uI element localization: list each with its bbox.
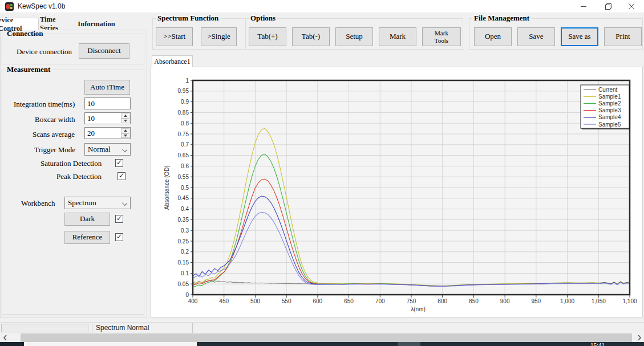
reference-checkbox[interactable] [115, 233, 123, 241]
svg-text:1,000: 1,000 [560, 298, 574, 304]
scans-up-icon[interactable] [121, 128, 129, 133]
svg-text:950: 950 [532, 298, 541, 304]
integration-time-input[interactable] [84, 97, 131, 109]
restore-icon[interactable] [598, 0, 618, 13]
svg-text:0.05: 0.05 [178, 281, 189, 287]
tab-information-label: Information [78, 20, 115, 29]
mark-button[interactable]: Mark [379, 27, 416, 46]
app-icon-green [10, 4, 13, 6]
svg-text:0.7: 0.7 [181, 141, 189, 148]
peak-detection-checkbox[interactable] [118, 172, 125, 180]
open-button[interactable]: Open [474, 27, 512, 46]
tab-minus-button[interactable]: Tab(-) [292, 27, 330, 46]
svg-text:Sample5: Sample5 [598, 121, 621, 128]
dark-button[interactable]: Dark [64, 213, 110, 226]
taskbar-clock[interactable]: 15:41 [590, 343, 605, 346]
scrollbar-thumb[interactable] [21, 333, 632, 342]
svg-text:0.1: 0.1 [181, 270, 189, 276]
svg-text:0.3: 0.3 [181, 227, 189, 234]
save-button[interactable]: Save [517, 27, 555, 46]
boxcar-width-label: Boxcar width [35, 115, 75, 124]
svg-text:0.45: 0.45 [178, 195, 189, 201]
integration-time-label: Integration time(ms) [14, 100, 75, 109]
svg-text:850: 850 [469, 298, 479, 304]
app-window: KewSpec v1.0b evice Control Time Series … [0, 0, 644, 346]
start-button[interactable] [0, 342, 24, 346]
title-bar: KewSpec v1.0b [0, 0, 644, 13]
svg-text:600: 600 [313, 298, 323, 304]
print-button[interactable]: Print [604, 27, 642, 46]
svg-text:Sample4: Sample4 [598, 114, 621, 120]
window-title: KewSpec v1.0b [18, 2, 65, 10]
taskbar-app-tile[interactable] [398, 342, 420, 346]
save-as-button[interactable]: Save as [561, 27, 598, 46]
close-icon[interactable] [622, 0, 641, 13]
scroll-left-icon[interactable] [0, 333, 10, 342]
connection-group: Connection Device connection Disconnect [2, 34, 144, 64]
start-button[interactable]: >>Start [156, 27, 193, 46]
reference-button[interactable]: Reference [64, 231, 110, 244]
svg-text:0.25: 0.25 [178, 238, 189, 245]
tab-absorbance1-label: Absorbance1 [154, 58, 190, 66]
spectrum-function-title: Spectrum Function [156, 14, 220, 23]
scans-average-stepper[interactable]: 20 [84, 127, 131, 139]
dark-checkbox[interactable] [115, 215, 123, 223]
horizontal-scrollbar[interactable] [0, 333, 644, 342]
svg-text:900: 900 [500, 298, 510, 304]
trigger-mode-select[interactable]: Normal [84, 143, 131, 156]
scans-average-value: 20 [87, 129, 95, 138]
trigger-mode-value: Normal [88, 145, 111, 154]
svg-text:0.55: 0.55 [178, 174, 189, 180]
workbench-label: Workbench [21, 199, 55, 208]
saturation-detection-label: Saturation Detection [40, 159, 102, 168]
svg-text:Absorbance (OD): Absorbance (OD) [164, 165, 170, 210]
peak-detection-label: Peak Detection [56, 172, 102, 181]
scroll-right-icon[interactable] [634, 333, 644, 342]
options-group: Options Tab(+) Tab(-) Setup Mark Mark To… [245, 18, 463, 50]
tab-device-control[interactable]: evice Control [0, 18, 39, 30]
svg-text:0.85: 0.85 [178, 109, 189, 116]
svg-text:750: 750 [407, 298, 416, 304]
svg-text:1,100: 1,100 [622, 298, 637, 304]
taskbar-search-box[interactable] [24, 342, 197, 346]
svg-text:Current: Current [598, 87, 618, 93]
file-management-title: File Management [472, 14, 531, 23]
tab-information[interactable]: Information [76, 18, 116, 30]
setup-button[interactable]: Setup [335, 27, 373, 46]
auto-itime-button[interactable]: Auto iTime [84, 80, 130, 95]
app-icon [5, 2, 14, 11]
single-button[interactable]: >Single [201, 27, 237, 46]
svg-text:1: 1 [185, 78, 189, 84]
spectrum-chart: 4004505005506006507007508008509009501,00… [151, 67, 643, 318]
tab-plus-button[interactable]: Tab(+) [249, 27, 286, 46]
measurement-group: Measurement Auto iTime Integration time(… [2, 70, 144, 315]
scans-down-icon[interactable] [121, 133, 129, 139]
svg-text:0: 0 [185, 292, 189, 298]
windows-taskbar: 15:41 [0, 342, 644, 346]
svg-text:0.2: 0.2 [181, 249, 189, 255]
mark-tools-button[interactable]: Mark Tools [422, 27, 461, 46]
svg-text:0.9: 0.9 [181, 99, 189, 105]
tab-device-control-label: evice Control [0, 16, 38, 33]
boxcar-down-icon[interactable] [121, 119, 129, 124]
svg-text:Sample2: Sample2 [598, 100, 621, 107]
svg-text:0.65: 0.65 [178, 152, 189, 158]
svg-text:0.35: 0.35 [178, 217, 189, 223]
saturation-detection-checkbox[interactable] [115, 159, 123, 167]
spectrum-chart-panel: 4004505005506006507007508008509009501,00… [151, 67, 643, 317]
status-separator [192, 323, 193, 333]
minimize-button[interactable] [574, 0, 593, 13]
tab-absorbance1[interactable]: Absorbance1 [152, 55, 193, 67]
disconnect-button[interactable]: Disconnect [79, 43, 129, 59]
app-icon-yellow [10, 7, 13, 9]
boxcar-width-stepper[interactable]: 10 [84, 112, 131, 124]
options-group-title: Options [249, 14, 277, 23]
measurement-group-title: Measurement [5, 65, 52, 74]
svg-text:0.8: 0.8 [181, 120, 189, 127]
tab-time-series[interactable]: Time Series [40, 18, 75, 30]
workbench-select[interactable]: Spectrum [64, 197, 131, 209]
boxcar-up-icon[interactable] [121, 113, 129, 119]
svg-text:0.5: 0.5 [181, 185, 189, 191]
svg-text:0.6: 0.6 [181, 163, 189, 169]
svg-text:550: 550 [282, 298, 291, 304]
